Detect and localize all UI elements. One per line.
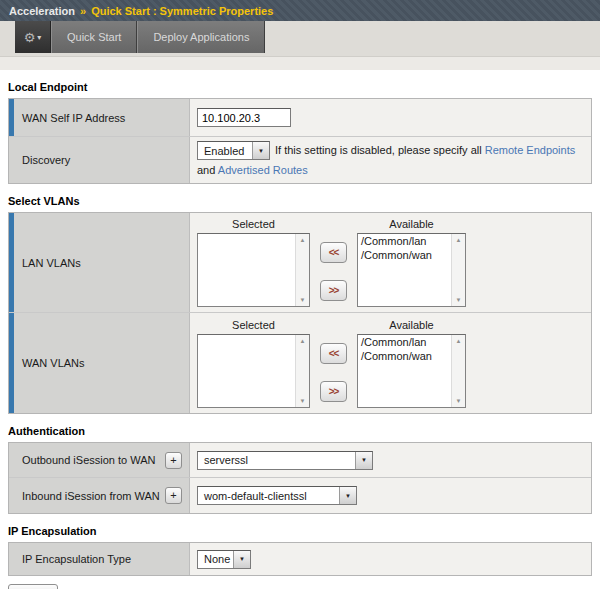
list-item[interactable]: /Common/lan — [358, 335, 450, 349]
tab-label: Quick Start — [67, 31, 121, 43]
add-inbound-profile-button[interactable]: + — [165, 487, 182, 504]
ip-encapsulation-type-value-cell: None ▼ — [190, 543, 591, 575]
scroll-up-icon[interactable]: ▲ — [300, 237, 306, 243]
content-divider-band — [0, 57, 600, 70]
apply-button[interactable]: Apply — [8, 584, 58, 589]
listbox-scrollbar[interactable]: ▲ ▼ — [295, 234, 309, 306]
section-authentication: Authentication Outbound iSession to WAN … — [8, 414, 592, 514]
selected-header: Selected — [197, 319, 310, 331]
wan-available-listbox[interactable]: /Common/lan /Common/wan ▲ ▼ — [357, 334, 466, 408]
wan-self-ip-value-cell — [190, 99, 591, 136]
inbound-isession-label-cell: Inbound iSession from WAN + — [9, 478, 190, 513]
table-row: LAN VLANs Selected ▲ ▼ << — [9, 213, 591, 313]
lan-vlans-label-cell: LAN VLANs — [9, 213, 190, 312]
inbound-isession-select[interactable]: wom-default-clientssl ▼ — [197, 486, 357, 505]
outbound-isession-label-cell: Outbound iSession to WAN + — [9, 443, 190, 477]
outbound-isession-select[interactable]: serverssl ▼ — [197, 451, 373, 470]
field-label: Discovery — [22, 154, 70, 166]
authentication-table: Outbound iSession to WAN + serverssl ▼ I… — [8, 442, 592, 514]
table-row: IP Encapsulation Type None ▼ — [9, 543, 591, 575]
move-buttons: << >> — [320, 242, 347, 301]
add-outbound-profile-button[interactable]: + — [165, 452, 182, 469]
tab-quick-start[interactable]: Quick Start — [51, 21, 137, 53]
list-item[interactable]: /Common/lan — [358, 234, 450, 248]
scroll-up-icon[interactable]: ▲ — [456, 338, 462, 344]
advertised-routes-link[interactable]: Advertised Routes — [218, 164, 308, 176]
form-actions: Apply — [8, 584, 592, 589]
gear-menu-button[interactable]: ⚙ ▾ — [15, 21, 51, 53]
ip-encapsulation-type-label-cell: IP Encapsulation Type — [9, 543, 190, 575]
wan-vlans-label-cell: WAN VLANs — [9, 313, 190, 413]
lan-vlan-picker: Selected ▲ ▼ << >> Available — [197, 218, 466, 307]
listbox-scrollbar[interactable]: ▲ ▼ — [451, 234, 465, 306]
help-text: and — [197, 164, 218, 176]
discovery-help: Enabled ▼ If this setting is disabled, p… — [197, 140, 584, 181]
lan-available-listbox[interactable]: /Common/lan /Common/wan ▲ ▼ — [357, 233, 466, 307]
breadcrumb-section: Acceleration — [9, 5, 75, 17]
move-right-button[interactable]: >> — [320, 381, 347, 402]
table-row: Discovery Enabled ▼ If this setting is d… — [9, 137, 591, 183]
section-ip-encapsulation: IP Encapsulation IP Encapsulation Type N… — [8, 514, 592, 576]
field-label: WAN Self IP Address — [22, 112, 125, 124]
breadcrumb: Acceleration » Quick Start : Symmetric P… — [0, 0, 600, 21]
select-value: serverssl — [198, 454, 355, 466]
wan-self-ip-label-cell: WAN Self IP Address — [9, 99, 190, 136]
wan-vlan-picker: Selected ▲ ▼ << >> Available — [197, 319, 466, 408]
breadcrumb-page-title: Quick Start : Symmetric Properties — [91, 5, 273, 17]
ip-encapsulation-type-select[interactable]: None ▼ — [197, 550, 251, 569]
scroll-down-icon[interactable]: ▼ — [456, 398, 462, 404]
scroll-up-icon[interactable]: ▲ — [300, 338, 306, 344]
select-value: Enabled — [198, 141, 252, 161]
move-left-button[interactable]: << — [320, 343, 347, 364]
select-vlans-table: LAN VLANs Selected ▲ ▼ << — [8, 212, 592, 414]
field-label: WAN VLANs — [22, 357, 85, 369]
section-title: Local Endpoint — [8, 70, 592, 98]
help-text: If this setting is disabled, please spec… — [275, 144, 485, 156]
wan-self-ip-input[interactable] — [197, 108, 291, 127]
lan-selected-listbox[interactable]: ▲ ▼ — [197, 233, 310, 307]
table-row: WAN VLANs Selected ▲ ▼ << — [9, 313, 591, 413]
table-row: Inbound iSession from WAN + wom-default-… — [9, 478, 591, 513]
scroll-down-icon[interactable]: ▼ — [300, 297, 306, 303]
listbox-scrollbar[interactable]: ▲ ▼ — [451, 335, 465, 407]
dropdown-arrow-icon: ▼ — [233, 551, 250, 568]
scroll-up-icon[interactable]: ▲ — [456, 237, 462, 243]
chevron-down-icon: ▾ — [37, 33, 41, 42]
scroll-down-icon[interactable]: ▼ — [456, 297, 462, 303]
tab-deploy-applications[interactable]: Deploy Applications — [137, 21, 265, 53]
move-left-button[interactable]: << — [320, 242, 347, 263]
local-endpoint-table: WAN Self IP Address Discovery Enabled ▼ … — [8, 98, 592, 184]
selected-column: Selected ▲ ▼ — [197, 218, 310, 307]
tab-strip: ⚙ ▾ Quick Start Deploy Applications — [0, 21, 600, 57]
move-right-button[interactable]: >> — [320, 280, 347, 301]
discovery-select[interactable]: Enabled ▼ — [197, 141, 270, 160]
breadcrumb-separator-icon: » — [80, 5, 86, 17]
selected-header: Selected — [197, 218, 310, 230]
wan-vlans-value-cell: Selected ▲ ▼ << >> Available — [190, 313, 591, 413]
section-select-vlans: Select VLANs LAN VLANs Selected ▲ ▼ — [8, 184, 592, 414]
list-item[interactable]: /Common/wan — [358, 248, 450, 262]
discovery-value-cell: Enabled ▼ If this setting is disabled, p… — [190, 137, 591, 183]
remote-endpoints-link[interactable]: Remote Endpoints — [485, 144, 576, 156]
listbox-scrollbar[interactable]: ▲ ▼ — [295, 335, 309, 407]
lan-vlans-value-cell: Selected ▲ ▼ << >> Available — [190, 213, 591, 312]
field-label: Inbound iSession from WAN — [22, 490, 160, 502]
field-label: LAN VLANs — [22, 257, 81, 269]
dropdown-arrow-icon: ▼ — [252, 142, 269, 159]
ip-encapsulation-table: IP Encapsulation Type None ▼ — [8, 542, 592, 576]
available-header: Available — [357, 218, 466, 230]
select-value: wom-default-clientssl — [198, 490, 339, 502]
list-item[interactable]: /Common/wan — [358, 349, 450, 363]
section-title: Select VLANs — [8, 184, 592, 212]
available-header: Available — [357, 319, 466, 331]
scroll-down-icon[interactable]: ▼ — [300, 398, 306, 404]
table-row: Outbound iSession to WAN + serverssl ▼ — [9, 443, 591, 478]
selected-column: Selected ▲ ▼ — [197, 319, 310, 408]
move-buttons: << >> — [320, 343, 347, 402]
inbound-isession-value-cell: wom-default-clientssl ▼ — [190, 478, 591, 513]
gear-icon: ⚙ — [24, 31, 36, 44]
dropdown-arrow-icon: ▼ — [355, 452, 372, 469]
wan-selected-listbox[interactable]: ▲ ▼ — [197, 334, 310, 408]
section-title: Authentication — [8, 414, 592, 442]
outbound-isession-value-cell: serverssl ▼ — [190, 443, 591, 477]
